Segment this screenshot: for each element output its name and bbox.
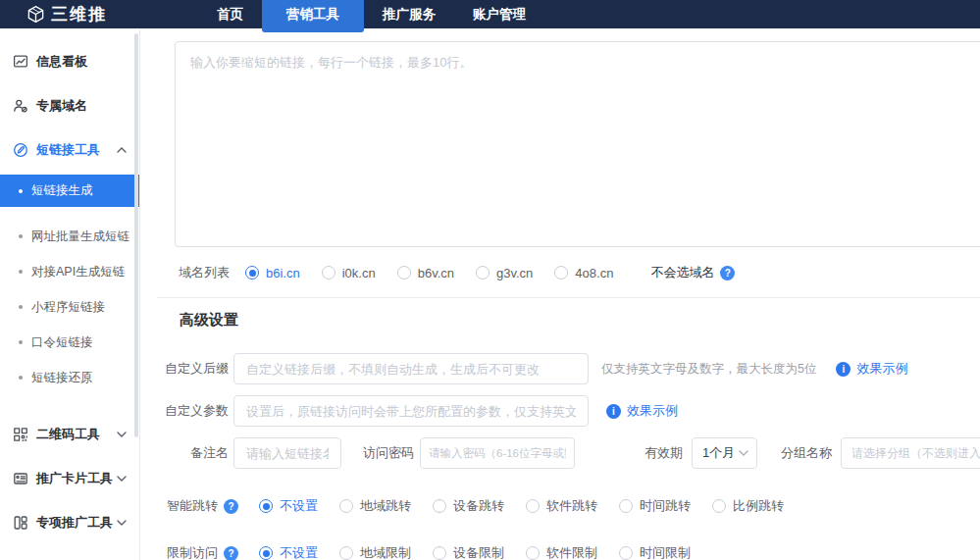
sidebar-subitem-label: 小程序短链接 [31,299,105,316]
url-input-textarea[interactable] [175,41,980,247]
radio-icon [619,499,633,513]
help-icon[interactable]: ? [224,499,238,514]
info-icon: i [606,404,621,419]
custom-suffix-input[interactable] [233,353,589,384]
sidebar-item-special-promo-tools[interactable]: 专项推广工具 [0,500,139,544]
smart-jump-radio-device[interactable]: 设备跳转 [433,497,504,515]
help-icon[interactable]: ? [720,266,735,280]
user-link-icon [13,98,28,114]
smart-jump-row: 智能跳转 ? 不设置 地域跳转 设备跳转 软件跳转 时间跳转 [141,496,980,516]
domain-radio-4o8[interactable]: 4o8.cn [554,266,613,280]
sidebar-scrollbar[interactable] [134,33,138,437]
restrict-radio-software[interactable]: 软件限制 [526,544,597,560]
radio-icon [526,546,540,560]
section-divider [157,297,980,298]
restrict-radio-time[interactable]: 时间限制 [619,544,691,560]
sidebar-item-qrcode-tools[interactable]: 二维码工具 [0,412,139,456]
restrict-radio-device[interactable]: 设备限制 [433,544,504,560]
brand-logo[interactable]: 三维推 [26,3,107,25]
restrict-radio-none[interactable]: 不设置 [259,544,318,560]
meta-row: 备注名 访问密码 有效期 1个月 分组名称 [141,437,980,469]
password-input[interactable] [420,437,575,469]
group-name-input[interactable] [841,437,980,469]
smart-jump-radio-group: 不设置 地域跳转 设备跳转 软件跳转 时间跳转 比例跳转 [259,497,805,515]
sidebar-subitem-batch-generate[interactable]: 网址批量生成短链 [0,219,139,254]
chevron-down-icon [117,476,127,482]
sidebar-item-shortlink-tools[interactable]: 短链接工具 [0,127,139,172]
cube-logo-icon [26,5,45,24]
sidebar: 信息看板 专属域名 短链接工具 短链接生成 网址批量生成 [0,28,140,560]
domain-radio-i0k[interactable]: i0k.cn [322,266,376,280]
domain-radio-g3v[interactable]: g3v.cn [476,266,533,280]
radio-icon [433,499,446,513]
smart-jump-radio-ratio[interactable]: 比例跳转 [712,497,784,515]
radio-icon [554,266,568,280]
custom-suffix-label: 自定义后缀 [141,360,229,378]
chevron-down-icon [117,432,127,437]
domain-list-label: 域名列表 [179,264,230,281]
main-content: 域名列表 b6i.cn i0k.cn b6v.cn g3v.cn 4o8.cn … [141,28,980,560]
sidebar-item-dashboard[interactable]: 信息看板 [0,39,139,83]
password-label: 访问密码 [363,444,414,462]
radio-icon [322,266,335,280]
expiry-value: 1个月 [702,444,739,462]
sidebar-subitem-generate-shortlink[interactable]: 短链接生成 [0,175,139,207]
sidebar-subitem-label: 网址批量生成短链 [31,229,129,245]
nav-item-promotion-services[interactable]: 推广服务 [364,0,454,28]
radio-checked-icon [259,499,273,513]
nav-item-account[interactable]: 账户管理 [454,0,544,28]
promo-card-icon [13,471,28,486]
smart-jump-radio-time[interactable]: 时间跳转 [619,497,691,515]
dashboard-chart-icon [13,54,28,70]
sidebar-subitem-api-generate[interactable]: 对接API生成短链 [0,254,139,289]
chevron-up-icon [117,147,127,153]
expiry-label: 有效期 [644,444,683,462]
nav-menu: 首页 营销工具 推广服务 账户管理 [198,0,544,28]
sidebar-item-label: 专属域名 [36,97,87,115]
sidebar-item-wechat-link-tools[interactable]: 微信外链工具 [0,544,139,560]
smart-jump-label: 智能跳转 [141,497,218,515]
restrict-radio-group: 不设置 地域限制 设备限制 软件限制 时间限制 [259,544,712,560]
sidebar-item-label: 信息看板 [36,53,87,71]
qrcode-icon [13,427,28,442]
sidebar-subitem-restore-shortlink[interactable]: 短链接还原 [0,360,139,395]
domain-help-link[interactable]: 不会选域名 ? [650,264,735,281]
sidebar-subitem-command-shortlink[interactable]: 口令短链接 [0,325,139,360]
advanced-settings-title: 高级设置 [180,311,238,330]
radio-checked-icon [245,266,259,280]
note-name-input[interactable] [233,437,341,469]
radio-icon [619,546,633,560]
sidebar-item-custom-domain[interactable]: 专属域名 [0,83,139,127]
expiry-select[interactable]: 1个月 [692,437,757,469]
bullet-dot [19,340,23,344]
sidebar-subitem-label: 对接API生成短链 [31,264,125,280]
sidebar-subitem-label: 短链接生成 [31,182,93,199]
param-example-link[interactable]: i 效果示例 [606,402,678,420]
pen-circle-icon [13,142,28,158]
nav-item-marketing-tools[interactable]: 营销工具 [262,0,364,32]
custom-param-input[interactable] [233,395,589,427]
suffix-example-link[interactable]: i 效果示例 [836,360,907,378]
bullet-dot [19,189,23,193]
help-icon[interactable]: ? [224,546,238,560]
restrict-radio-geo[interactable]: 地域限制 [339,544,411,560]
sidebar-subitem-label: 口令短链接 [31,334,93,351]
smart-jump-radio-none[interactable]: 不设置 [259,497,318,515]
sidebar-item-label: 短链接工具 [36,141,100,159]
smart-jump-radio-geo[interactable]: 地域跳转 [339,497,411,515]
custom-param-row: 自定义参数 i 效果示例 [141,395,980,427]
radio-icon [433,546,446,560]
sidebar-subitem-label: 短链接还原 [31,370,93,386]
sidebar-subitem-miniprogram-shortlink[interactable]: 小程序短链接 [0,289,139,325]
domain-radio-b6v[interactable]: b6v.cn [397,266,454,280]
custom-suffix-row: 自定义后缀 仅支持英文字母及数字，最大长度为5位 i 效果示例 [141,353,980,384]
sidebar-item-promo-card-tools[interactable]: 推广卡片工具 [0,456,139,500]
bullet-dot [19,270,23,274]
sidebar-item-label: 二维码工具 [36,426,100,443]
smart-jump-radio-software[interactable]: 软件跳转 [526,497,597,515]
layout-blocks-icon [13,515,28,531]
domain-radio-b6i[interactable]: b6i.cn [245,266,300,280]
nav-item-home[interactable]: 首页 [198,0,262,28]
bullet-dot [19,376,23,380]
bullet-dot [19,234,23,238]
